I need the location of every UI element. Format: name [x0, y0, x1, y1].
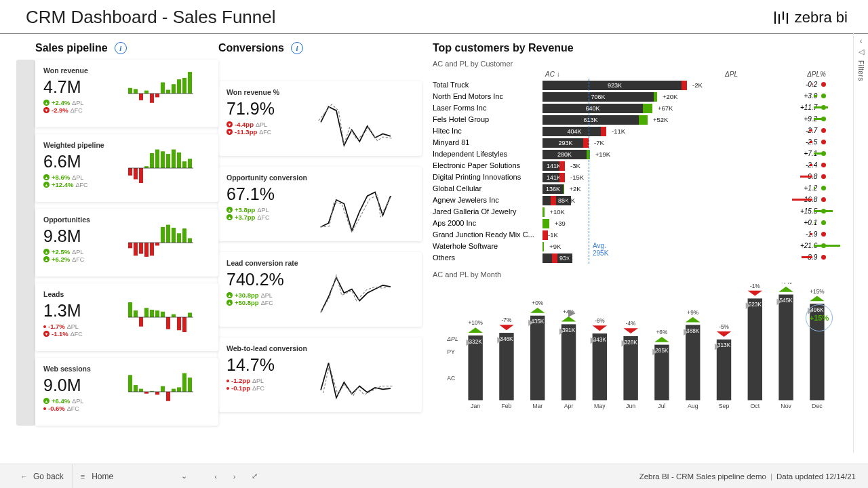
conversion-card[interactable]: Opportunity conversion67.1%▲+3.8ppΔPL▲+3… — [218, 167, 422, 241]
svg-text:+10%: +10% — [468, 320, 483, 326]
info-icon[interactable]: i — [291, 42, 303, 54]
svg-rect-27 — [182, 161, 186, 168]
svg-text:343K: 343K — [593, 337, 607, 343]
customer-name[interactable]: Laser Forms Inc — [433, 102, 542, 114]
info-icon[interactable]: i — [115, 42, 127, 54]
customer-name[interactable]: Global Cellular — [433, 183, 542, 195]
customer-name[interactable]: Digital Printing Innovations — [433, 171, 542, 183]
dpl-pct: -1.9 — [741, 229, 829, 241]
customer-name[interactable]: Others — [433, 252, 542, 264]
chevron-left-icon: ‹ — [860, 37, 863, 45]
svg-rect-37 — [166, 225, 170, 243]
svg-rect-26 — [177, 152, 181, 168]
dpl-pct: -9.8 — [741, 171, 829, 183]
svg-rect-6 — [139, 94, 143, 100]
customer-name[interactable]: Minyard 81 — [433, 137, 542, 148]
dpl-pct: -8.9 — [741, 252, 829, 264]
svg-marker-128 — [748, 291, 762, 296]
svg-rect-90 — [561, 324, 576, 400]
conv-value: 740.2% — [226, 270, 298, 289]
conversion-card[interactable]: Web-to-lead conversion14.7%-1.2ppΔPL-0.1… — [218, 338, 422, 412]
col-ac[interactable]: AC ↓ — [542, 69, 698, 79]
svg-rect-36 — [161, 227, 165, 243]
svg-rect-102 — [623, 336, 637, 401]
kpi-card[interactable]: Weighted pipeline6.6M▲+8.6%ΔPL▲+12.4%ΔFC — [35, 134, 218, 202]
customer-name[interactable]: Jared Galleria Of Jewelry — [433, 206, 542, 218]
conv-title: Opportunity conversion — [226, 174, 414, 182]
svg-rect-114 — [686, 325, 700, 400]
conv-sparkline — [298, 184, 414, 239]
filter-pane-toggle[interactable]: ‹ ◁ Filters — [853, 33, 868, 453]
col-dplp[interactable]: ΔPL% — [741, 69, 829, 79]
customer-bar: 706K+20K — [542, 92, 698, 102]
svg-marker-140 — [810, 296, 824, 301]
customer-name[interactable]: Grand Junction Ready Mix C... — [433, 229, 542, 241]
svg-text:Nov: Nov — [781, 403, 791, 409]
dpl-pct: +0.1 — [741, 218, 829, 229]
home-dropdown[interactable]: ≡Home⌄ — [73, 472, 195, 481]
kpi-card[interactable]: Won revenue4.7M▲+2.4%ΔPL▼-2.9%ΔFC — [35, 60, 218, 127]
svg-text:Jul: Jul — [658, 403, 665, 409]
customer-name[interactable]: Hitec Inc — [433, 125, 542, 137]
svg-rect-9 — [155, 94, 159, 98]
conversion-card[interactable]: Lead conversion rate740.2%▲+30.8ppΔPL▲+5… — [218, 252, 422, 327]
svg-rect-33 — [144, 243, 149, 257]
svg-rect-10 — [161, 83, 165, 94]
svg-rect-8 — [150, 94, 154, 103]
kpi-card[interactable]: Opportunities9.8M▲+2.5%ΔPL▲+6.2%ΔFC — [35, 209, 218, 277]
dpl-pct: -2.4 — [741, 160, 829, 171]
svg-rect-5 — [134, 89, 138, 94]
svg-marker-104 — [623, 328, 637, 333]
svg-rect-48 — [155, 310, 159, 317]
nav-prev-button[interactable]: ‹ — [206, 464, 225, 489]
col-dpl[interactable]: ΔPL — [698, 69, 741, 79]
conv-title: Won revenue % — [226, 88, 414, 96]
play-icon[interactable]: ▶ — [568, 307, 576, 318]
customer-name[interactable]: Electronic Paper Solutions — [433, 160, 542, 171]
dpl-pct: +9.2 — [741, 114, 829, 125]
svg-rect-44 — [134, 310, 138, 317]
customer-name[interactable]: North End Motors Inc — [433, 91, 542, 102]
svg-text:Aug: Aug — [688, 403, 698, 409]
svg-text:-7%: -7% — [502, 317, 512, 323]
svg-marker-110 — [654, 337, 669, 342]
customer-name[interactable]: Total Truck — [433, 79, 542, 91]
section-pipeline-title: Sales pipeline — [35, 42, 108, 54]
kpi-value: 9.8M — [43, 226, 108, 246]
customer-name[interactable]: Fels Hotel Group — [433, 114, 542, 125]
kpi-title: Opportunities — [43, 216, 108, 224]
customer-name[interactable]: Agnew Jewelers Inc — [433, 195, 542, 206]
customer-name[interactable]: Independent Lifestyles — [433, 148, 542, 160]
kpi-card[interactable]: Leads1.3M-1.7%ΔPL▼-1.1%ΔFC — [35, 283, 218, 351]
svg-rect-52 — [177, 317, 181, 330]
svg-rect-63 — [166, 392, 170, 401]
dpl-pct: -0.2 — [741, 79, 829, 91]
customer-name[interactable]: Waterhole Software — [433, 241, 542, 252]
page-title: CRM Dashboard - Sales Funnel — [26, 7, 276, 28]
svg-rect-20 — [144, 166, 149, 168]
svg-rect-30 — [128, 243, 132, 248]
conv-title: Lead conversion rate — [226, 259, 414, 267]
collapse-button[interactable]: ⤢ — [243, 464, 266, 489]
svg-text:Mar: Mar — [532, 403, 542, 409]
svg-text:328K: 328K — [624, 340, 637, 346]
kpi-card[interactable]: Web sessions9.0M▲+6.4%ΔPL-0.6%ΔFC — [35, 358, 218, 426]
conversion-card[interactable]: Won revenue %71.9%▼-4.4ppΔPL▼-11.3ppΔFC — [218, 81, 422, 156]
svg-rect-43 — [128, 302, 132, 317]
customer-bar: 293K-7K — [542, 138, 698, 148]
svg-text:332K: 332K — [469, 339, 482, 345]
svg-rect-59 — [144, 392, 149, 394]
customer-name[interactable]: Aps 2000 Inc — [433, 218, 542, 229]
svg-rect-11 — [166, 90, 170, 94]
svg-rect-38 — [172, 228, 176, 243]
customer-bar: 141K-15K — [542, 173, 698, 182]
conv-sparkline — [298, 99, 414, 153]
section-conversions-title: Conversions — [218, 42, 284, 54]
go-back-button[interactable]: ←Go back — [12, 464, 73, 489]
nav-next-button[interactable]: › — [225, 464, 244, 489]
svg-rect-49 — [161, 312, 165, 317]
svg-rect-126 — [748, 298, 762, 400]
conv-value: 71.9% — [226, 99, 298, 119]
kpi-sparkline — [108, 290, 213, 344]
svg-rect-12 — [172, 84, 176, 94]
